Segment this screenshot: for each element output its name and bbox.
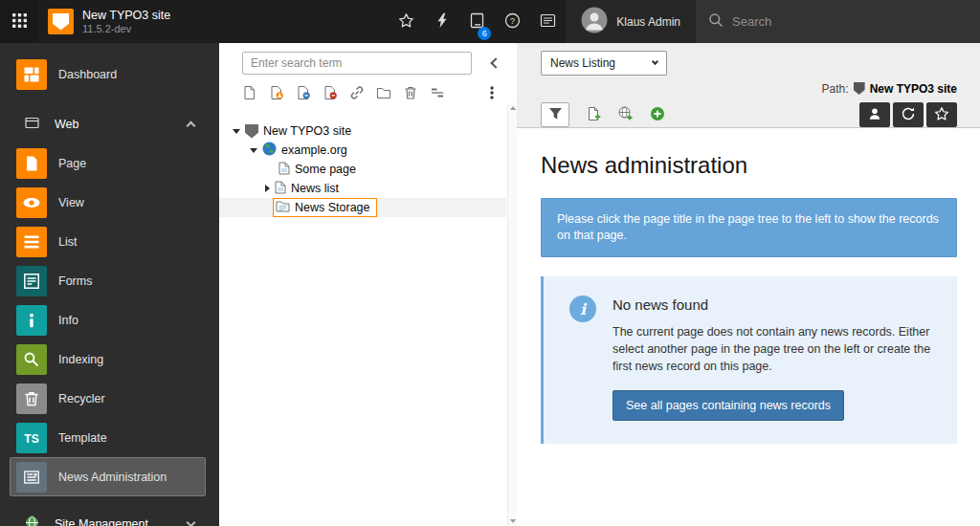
sidebar-item-list[interactable]: List: [10, 222, 206, 261]
recycler-module-icon: [16, 384, 47, 414]
search-input[interactable]: [732, 14, 968, 29]
apps-grid-icon: [11, 12, 28, 32]
path-label: Path:: [822, 82, 849, 96]
open-docs-badge: 6: [478, 27, 491, 40]
clear-cache-button[interactable]: [424, 0, 459, 43]
sidebar-item-label: View: [58, 196, 84, 209]
sidebar-section-label: Site Management: [55, 517, 148, 526]
bookmark-star-icon: [934, 106, 949, 124]
refresh-button[interactable]: [893, 102, 924, 127]
chevron-left-icon: [490, 57, 501, 68]
sidebar-item-dashboard[interactable]: Dashboard: [10, 55, 206, 94]
sidebar-item-view[interactable]: View: [10, 183, 206, 222]
tree-node-root[interactable]: New TYPO3 site: [219, 121, 506, 141]
sidebar-item-label: News Administration: [58, 471, 167, 484]
new-spacer-page-icon[interactable]: [323, 85, 338, 100]
sidebar-item-indexing[interactable]: Indexing: [10, 340, 206, 379]
new-backend-user-section-page-icon[interactable]: [269, 85, 284, 100]
new-page-icon[interactable]: [242, 85, 257, 100]
module-function-select[interactable]: News Listing: [541, 51, 667, 76]
typo3-shield-icon: [854, 82, 865, 95]
module-function-value: News Listing: [550, 56, 615, 70]
scroll-up-button[interactable]: [510, 106, 516, 110]
module-content: News administration Please click the pag…: [517, 128, 980, 526]
create-tag-button[interactable]: [646, 102, 669, 127]
site-globe-icon: [262, 142, 277, 159]
star-icon: [398, 12, 414, 32]
help-button[interactable]: ?: [495, 0, 530, 43]
bookmark-button[interactable]: [926, 102, 957, 127]
sidebar-section-web[interactable]: Web: [0, 104, 219, 143]
module-menu: Dashboard Web Page View List Forms Info …: [0, 43, 219, 526]
sidebar-item-info[interactable]: Info: [10, 300, 206, 340]
callout-body: No news found The current page does not …: [612, 294, 938, 421]
web-group-icon: [25, 116, 39, 133]
user-name: Klaus Admin: [616, 15, 680, 29]
sidebar-item-template[interactable]: TS Template: [10, 418, 206, 457]
tree-node-label: News list: [291, 182, 339, 195]
chevron-down-icon: [652, 58, 658, 65]
forms-module-icon: [16, 266, 47, 296]
tree-node-label: Some page: [295, 163, 356, 176]
collapsed-toggle-icon[interactable]: [265, 185, 270, 192]
sidebar-item-news-administration[interactable]: News Administration: [10, 457, 206, 496]
tree-toolbar: [219, 75, 517, 109]
page-title: News administration: [541, 152, 957, 179]
open-documents-button[interactable]: 6: [459, 0, 495, 43]
expanded-toggle-icon[interactable]: [233, 129, 240, 134]
no-news-callout: i No news found The current page does no…: [541, 276, 957, 444]
see-all-pages-button[interactable]: See all pages containing news records: [612, 390, 844, 421]
sidebar-item-label: Recycler: [58, 392, 105, 405]
tree-node-news-storage[interactable]: News Storage: [219, 198, 506, 217]
tree-node-some-page[interactable]: Some page: [219, 160, 506, 179]
new-folder-icon[interactable]: [376, 85, 391, 100]
refresh-icon: [901, 106, 916, 124]
sidebar-section-site-management[interactable]: Site Management: [0, 504, 219, 526]
module-menu-toggle-button[interactable]: [0, 0, 38, 43]
create-translation-button[interactable]: [614, 102, 637, 127]
doc-header-toolbar: [541, 99, 957, 130]
user-button[interactable]: [859, 102, 890, 127]
sidebar-item-label: Forms: [58, 274, 92, 288]
tree-node-site[interactable]: example.org: [219, 141, 506, 160]
topbar-search[interactable]: [696, 0, 980, 43]
expanded-toggle-icon[interactable]: [250, 148, 257, 153]
site-home-link[interactable]: New TYPO3 site 11.5.2-dev: [38, 0, 180, 43]
new-link-page-icon[interactable]: [349, 85, 365, 100]
new-divider-icon[interactable]: [430, 85, 445, 100]
sidebar-item-recycler[interactable]: Recycler: [10, 379, 206, 418]
view-module-icon: [16, 187, 47, 218]
news-module-icon: [16, 462, 47, 493]
info-message: Please click the page title in the page …: [541, 198, 957, 257]
create-news-button[interactable]: [583, 102, 606, 127]
doc-header-top: News Listing: [541, 49, 957, 77]
help-icon: ?: [504, 12, 521, 32]
system-information-button[interactable]: [530, 0, 566, 43]
user-menu-button[interactable]: Klaus Admin: [566, 0, 696, 43]
sidebar-item-label: Info: [58, 314, 78, 327]
page-icon: [278, 162, 290, 178]
new-recycler-icon[interactable]: [403, 85, 418, 100]
bookmarks-button[interactable]: [389, 0, 424, 43]
sidebar-item-label: Template: [58, 431, 107, 445]
sidebar-item-page[interactable]: Page: [10, 143, 206, 183]
new-tag-icon: [650, 106, 665, 124]
bolt-icon: [435, 12, 449, 32]
filter-button[interactable]: [541, 102, 569, 127]
scroll-down-button[interactable]: [510, 519, 516, 523]
folder-icon: [276, 200, 290, 215]
sidebar-item-forms[interactable]: Forms: [10, 261, 206, 300]
indexing-module-icon: [16, 344, 47, 375]
site-meta: New TYPO3 site 11.5.2-dev: [82, 9, 170, 35]
tree-node-news-list[interactable]: News list: [219, 179, 506, 198]
tree-node-label: example.org: [281, 143, 347, 157]
more-options-icon[interactable]: [484, 85, 500, 100]
doc-header-right-buttons: [859, 102, 957, 127]
tree-search-input[interactable]: [242, 52, 472, 75]
list-module-icon: [16, 227, 47, 257]
collapse-tree-button[interactable]: [483, 52, 508, 75]
callout-title: No news found: [612, 296, 938, 313]
new-shortcut-page-icon[interactable]: [296, 85, 311, 100]
chevron-up-icon: [187, 121, 196, 131]
tree-scrollbar[interactable]: [507, 103, 517, 526]
